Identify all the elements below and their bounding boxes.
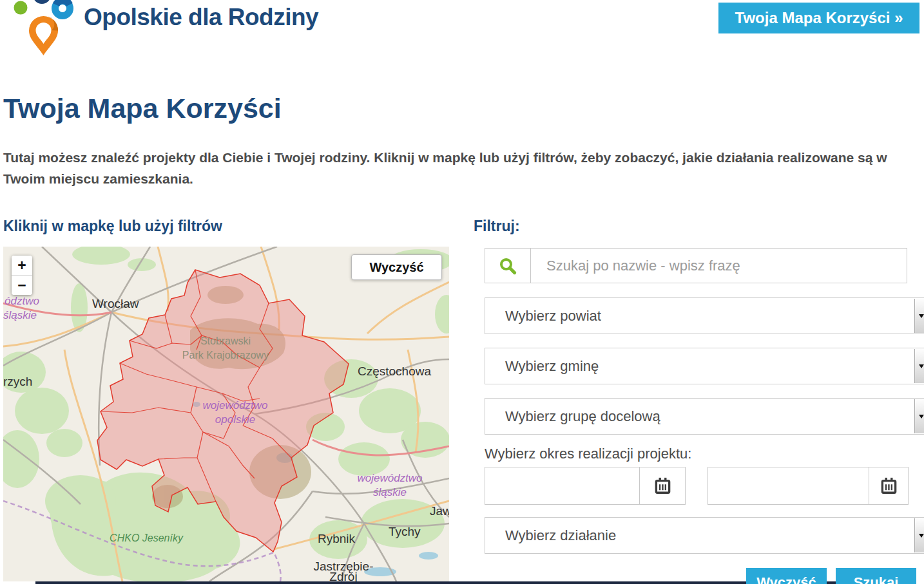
map-label-dolnoslaskie-2: śląskie [3,309,37,321]
map-canvas: Wrocław ództwo śląskie rzych Stobrawski … [3,247,449,581]
search-icon-cell[interactable] [485,249,531,283]
calendar-icon [880,477,898,495]
zoom-in-button[interactable]: + [12,256,32,276]
date-from-box [485,467,686,505]
map-clear-button[interactable]: Wyczyść [351,254,442,280]
caret-down-icon[interactable] [914,399,924,433]
interactive-map[interactable]: Wrocław ództwo śląskie rzych Stobrawski … [3,247,449,581]
map-zoom-control: + − [12,256,32,295]
map-label-rybnik: Rybnik [318,532,356,545]
map-label-jastrzebie-2: Zdrój [329,570,357,581]
map-cta-button[interactable]: Twoja Mapa Korzyści » [718,3,919,33]
zoom-out-button[interactable]: − [12,276,32,295]
footer-divider [35,581,838,584]
map-pin-icon [29,16,58,55]
map-section-heading: Kliknij w mapkę lub użyj filtrów [3,218,222,235]
filters-clear-button[interactable]: Wyczyść [746,568,827,584]
map-label-tychy: Tychy [389,525,421,538]
calendar-icon [654,477,671,495]
search-icon [498,256,517,276]
target-group-select-value: Wybierz grupę docelową [505,408,660,425]
action-select[interactable]: Wybierz działanie [485,517,924,554]
page-title: Twoja Mapa Korzyści [3,93,282,124]
map-label-opolskie-2: opolskie [215,413,255,426]
date-from-input[interactable] [485,467,639,504]
page-description: Tutaj możesz znaleźć projekty dla Ciebie… [3,147,921,189]
period-label: Wybierz okres realizacji projektu: [485,446,691,462]
map-label-chko-jeseniky: CHKO Jeseníky [110,532,184,543]
search-input[interactable] [531,249,907,283]
brand-logo[interactable] [5,0,89,64]
map-label-walbrzych: rzych [3,375,32,388]
map-label-opolskie-1: województwo [202,399,267,411]
map-label-jaworzno: Jaworz [430,504,449,518]
date-to-calendar-cell[interactable] [869,467,908,504]
logo-green-dot-icon [14,1,28,15]
map-label-stobrawski-1: Stobrawski [200,335,251,346]
search-box [485,248,907,283]
gmina-select-value: Wybierz gminę [505,358,599,375]
logo-ring-icon [55,1,70,16]
caret-down-icon[interactable] [914,518,924,552]
filters-search-button[interactable]: Szukaj [836,568,916,584]
date-to-input[interactable] [708,467,869,504]
page: Opolskie dla Rodziny Twoja Mapa Korzyści… [0,0,924,584]
map-label-czestochowa: Częstochowa [358,364,431,378]
caret-down-icon[interactable] [914,299,924,333]
date-from-calendar-cell[interactable] [639,467,685,504]
brand-title: Opolskie dla Rodziny [84,4,318,31]
map-label-wroclaw: Wrocław [92,297,139,310]
logo-navy-dot-icon [33,0,51,4]
map-label-slaskie-2: śląskie [373,486,407,498]
map-label-dolnoslaskie-1: ództwo [5,295,39,307]
target-group-select[interactable]: Wybierz grupę docelową [485,398,924,435]
action-select-value: Wybierz działanie [505,527,616,544]
date-to-box [707,467,909,505]
powiat-select-value: Wybierz powiat [505,308,601,325]
filters-heading: Filtruj: [474,218,520,235]
caret-down-icon[interactable] [914,349,924,383]
powiat-select[interactable]: Wybierz powiat [485,297,924,334]
gmina-select[interactable]: Wybierz gminę [485,348,924,384]
map-label-slaskie-1: województwo [357,472,422,484]
map-label-stobrawski-2: Park Krajobrazowy [182,350,269,361]
